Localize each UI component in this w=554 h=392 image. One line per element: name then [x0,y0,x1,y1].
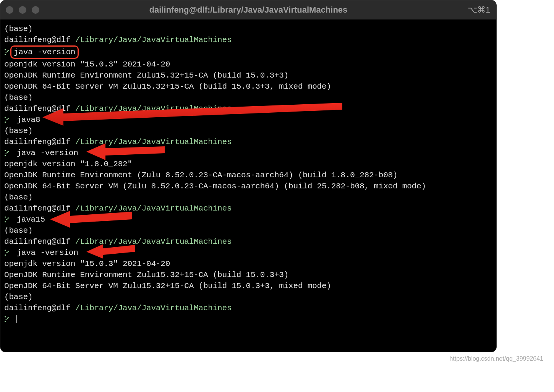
prompt-line: dailinfeng@dlf /Library/Java/JavaVirtual… [4,203,492,214]
text-cursor [16,315,17,323]
command-text: java8 [16,115,40,124]
title-bar: dailinfeng@dlf:/Library/Java/JavaVirtual… [0,0,496,19]
traffic-lights [6,6,39,14]
terminal-window: dailinfeng@dlf:/Library/Java/JavaVirtual… [0,0,497,352]
output-line: OpenJDK 64-Bit Server VM Zulu15.32+15-CA… [4,81,492,92]
prompt-path: /Library/Java/JavaVirtualMachines [71,304,232,313]
command-text: java -version [14,48,75,57]
prompt-path: /Library/Java/JavaVirtualMachines [71,36,232,44]
output-line: (base) [4,225,492,236]
output-line: openjdk version "15.0.3" 2021-04-20 [4,59,492,70]
minimize-button[interactable] [19,6,26,14]
prompt-user: dailinfeng@dlf [4,104,71,113]
prompt-user: dailinfeng@dlf [4,237,71,246]
output-line: OpenJDK Runtime Environment (Zulu 8.52.0… [4,170,492,181]
prompt-user: dailinfeng@dlf [4,36,71,44]
command-line: java15 [4,214,492,225]
highlight-box: java -version [10,45,79,59]
prompt-line: dailinfeng@dlf /Library/Java/JavaVirtual… [4,236,492,247]
prompt-line: dailinfeng@dlf /Library/Java/JavaVirtual… [4,136,492,147]
output-line: OpenJDK 64-Bit Server VM (Zulu 8.52.0.23… [4,181,492,192]
prompt-path: /Library/Java/JavaVirtualMachines [71,237,232,246]
terminal-content[interactable]: (base) dailinfeng@dlf /Library/Java/Java… [0,19,496,329]
command-text: java15 [16,215,45,224]
prompt-line: dailinfeng@dlf /Library/Java/JavaVirtual… [4,303,492,314]
prompt-line: dailinfeng@dlf /Library/Java/JavaVirtual… [4,34,492,45]
prompt-path: /Library/Java/JavaVirtualMachines [71,138,232,146]
branch-icon [4,48,10,56]
command-text: java -version [16,248,78,257]
prompt-user: dailinfeng@dlf [4,138,71,146]
close-button[interactable] [6,6,13,14]
watermark: https://blog.csdn.net/qq_39992641 [449,355,543,362]
window-shortcut-indicator: ⌥⌘1 [468,5,490,15]
prompt-path: /Library/Java/JavaVirtualMachines [71,104,232,113]
output-line: OpenJDK Runtime Environment Zulu15.32+15… [4,70,492,81]
command-text: java -version [16,149,78,157]
command-line: java -version [4,147,492,159]
command-line-active[interactable] [4,314,492,325]
prompt-path: /Library/Java/JavaVirtualMachines [71,204,232,213]
prompt-user: dailinfeng@dlf [4,204,71,213]
output-line: OpenJDK Runtime Environment Zulu15.32+15… [4,269,492,280]
branch-icon [4,215,10,223]
output-line: OpenJDK 64-Bit Server VM Zulu15.32+15-CA… [4,280,492,292]
output-line: (base) [4,125,492,136]
output-line: (base) [4,23,492,34]
prompt-line: dailinfeng@dlf /Library/Java/JavaVirtual… [4,103,492,114]
output-line: openjdk version "1.8.0_282" [4,159,492,170]
maximize-button[interactable] [32,6,39,14]
prompt-user: dailinfeng@dlf [4,304,71,313]
branch-icon [4,249,10,256]
output-line: (base) [4,192,492,203]
command-line: java -version [4,45,492,59]
window-title: dailinfeng@dlf:/Library/Java/JavaVirtual… [149,5,348,15]
output-line: (base) [4,92,492,103]
branch-icon [4,315,10,323]
command-line: java8 [4,114,492,125]
command-line: java -version [4,247,492,258]
branch-icon [4,149,10,157]
branch-icon [4,116,10,123]
output-line: openjdk version "15.0.3" 2021-04-20 [4,258,492,269]
output-line: (base) [4,292,492,303]
